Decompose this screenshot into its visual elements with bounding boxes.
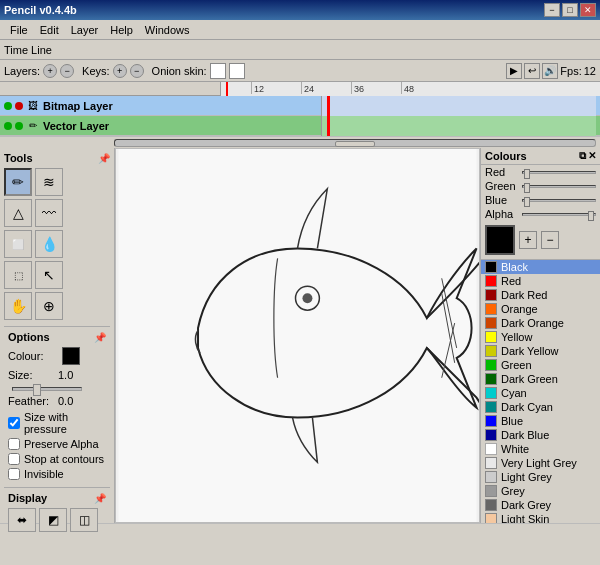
colour-list-item[interactable]: Light Skin (481, 512, 600, 523)
sound-button[interactable]: 🔊 (542, 63, 558, 79)
display-btn-3[interactable]: ◫ (70, 508, 98, 532)
colour-list-item[interactable]: Yellow (481, 330, 600, 344)
colour-name: Dark Blue (501, 429, 549, 441)
colour-list-item[interactable]: Dark Grey (481, 498, 600, 512)
menu-help[interactable]: Help (104, 22, 139, 38)
colour-list-item[interactable]: Green (481, 358, 600, 372)
colour-name: Red (501, 275, 521, 287)
toolbar-pin-icon: 📌 (98, 153, 110, 164)
menu-layer[interactable]: Layer (65, 22, 105, 38)
colour-list[interactable]: BlackRedDark RedOrangeDark OrangeYellowD… (481, 259, 600, 523)
onion-next-button[interactable] (229, 63, 245, 79)
colour-list-item[interactable]: Light Grey (481, 470, 600, 484)
layer-vector-visibility-dot[interactable] (4, 122, 12, 130)
colour-list-item[interactable]: Dark Orange (481, 316, 600, 330)
tool-eraser[interactable]: ⬜ (4, 230, 32, 258)
colour-list-item[interactable]: Blue (481, 414, 600, 428)
colour-list-item[interactable]: Dark Blue (481, 428, 600, 442)
layer-vector-timeline[interactable] (321, 116, 597, 136)
timeline-horizontal-scrollbar[interactable] (114, 139, 596, 147)
alpha-slider-thumb[interactable] (588, 211, 594, 221)
layers-keys-bar: Layers: + − Keys: + − Onion skin: ▶ ↩ 🔊 … (0, 60, 600, 82)
colour-list-item[interactable]: Orange (481, 302, 600, 316)
display-btn-2[interactable]: ◩ (39, 508, 67, 532)
size-slider-thumb[interactable] (33, 384, 41, 396)
colour-list-item[interactable]: Dark Green (481, 372, 600, 386)
preserve-alpha-checkbox[interactable] (8, 438, 20, 450)
layers-remove-button[interactable]: − (60, 64, 74, 78)
layer-vector[interactable]: ✏ Vector Layer (0, 116, 600, 136)
red-slider-thumb[interactable] (524, 169, 530, 179)
stop-contours-checkbox[interactable] (8, 453, 20, 465)
alpha-channel-slider[interactable] (522, 213, 596, 216)
drawing-canvas[interactable] (116, 149, 479, 522)
colour-list-item[interactable]: Grey (481, 484, 600, 498)
colour-name: Blue (501, 415, 523, 427)
layer-bitmap-timeline[interactable] (321, 96, 597, 116)
menu-edit[interactable]: Edit (34, 22, 65, 38)
tool-bucket[interactable]: △ (4, 199, 32, 227)
layer-vector-lock-dot[interactable] (15, 122, 23, 130)
blue-channel-slider[interactable] (522, 199, 596, 202)
layer-visibility-dot[interactable] (4, 102, 12, 110)
canvas-area[interactable] (115, 148, 480, 523)
colour-list-item[interactable]: Cyan (481, 386, 600, 400)
tool-grid: ✏ ≋ △ 〰 ⬜ 💧 ⬚ ↖ ✋ ⊕ (4, 168, 110, 320)
tool-pencil[interactable]: ✏ (4, 168, 32, 196)
colour-list-item[interactable]: Dark Cyan (481, 400, 600, 414)
colour-list-item[interactable]: Red (481, 274, 600, 288)
svg-point-2 (302, 293, 312, 303)
tool-move[interactable]: ↖ (35, 261, 63, 289)
tool-zoom[interactable]: ⊕ (35, 292, 63, 320)
tool-eyedropper[interactable]: 💧 (35, 230, 63, 258)
main-colour-swatch[interactable] (485, 225, 515, 255)
play-button[interactable]: ▶ (506, 63, 522, 79)
onion-prev-button[interactable] (210, 63, 226, 79)
tool-brush[interactable]: ≋ (35, 168, 63, 196)
timeline-ruler: 12 24 36 48 (0, 82, 600, 96)
display-btn-1[interactable]: ⬌ (8, 508, 36, 532)
size-value: 1.0 (58, 369, 73, 381)
colour-remove-button[interactable]: − (541, 231, 559, 249)
keys-add-button[interactable]: + (113, 64, 127, 78)
colour-list-item[interactable]: White (481, 442, 600, 456)
colour-list-item[interactable]: Dark Red (481, 288, 600, 302)
green-channel-slider[interactable] (522, 185, 596, 188)
colour-name: Dark Cyan (501, 401, 553, 413)
tool-smudge[interactable]: 〰 (35, 199, 63, 227)
colour-name: Very Light Grey (501, 457, 577, 469)
maximize-button[interactable]: □ (562, 3, 578, 17)
timeline-cursor[interactable] (226, 82, 228, 96)
colour-list-item[interactable]: Black (481, 260, 600, 274)
scrollbar-thumb[interactable] (335, 141, 375, 147)
timeline-scroll (0, 136, 600, 148)
colour-name: Dark Orange (501, 317, 564, 329)
menu-windows[interactable]: Windows (139, 22, 196, 38)
close-button[interactable]: ✕ (580, 3, 596, 17)
minimize-button[interactable]: − (544, 3, 560, 17)
size-slider[interactable] (12, 387, 82, 391)
invisible-checkbox[interactable] (8, 468, 20, 480)
ruler-track[interactable]: 12 24 36 48 (220, 82, 600, 96)
green-slider-thumb[interactable] (524, 183, 530, 193)
layer-bitmap[interactable]: 🖼 Bitmap Layer (0, 96, 600, 116)
colours-label: Colours (485, 150, 527, 162)
colour-add-button[interactable]: + (519, 231, 537, 249)
colours-float-icon[interactable]: ⧉ (579, 150, 586, 162)
keys-remove-button[interactable]: − (130, 64, 144, 78)
layers-add-button[interactable]: + (43, 64, 57, 78)
colour-swatch[interactable] (62, 347, 80, 365)
red-channel-slider[interactable] (522, 171, 596, 174)
ruler-mark-12: 12 (251, 82, 264, 94)
colours-close-icon[interactable]: ✕ (588, 150, 596, 162)
tool-hand[interactable]: ✋ (4, 292, 32, 320)
colours-title: Colours ⧉ ✕ (481, 148, 600, 165)
loop-button[interactable]: ↩ (524, 63, 540, 79)
colour-list-item[interactable]: Very Light Grey (481, 456, 600, 470)
blue-slider-thumb[interactable] (524, 197, 530, 207)
tool-select[interactable]: ⬚ (4, 261, 32, 289)
colour-list-item[interactable]: Dark Yellow (481, 344, 600, 358)
size-pressure-checkbox[interactable] (8, 417, 20, 429)
menu-file[interactable]: File (4, 22, 34, 38)
layer-lock-dot[interactable] (15, 102, 23, 110)
